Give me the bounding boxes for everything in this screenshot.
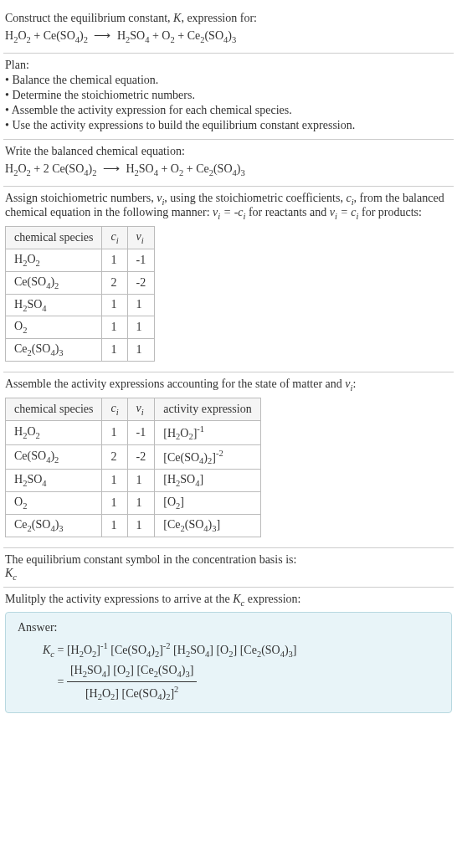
cell-expr: [O2] — [155, 492, 260, 515]
cell-nui: 1 — [127, 316, 155, 339]
col-species: chemical species — [6, 227, 102, 249]
cell-ci: 1 — [102, 316, 127, 339]
cell-species: Ce(SO4)2 — [6, 271, 102, 294]
col-expr: activity expression — [155, 398, 260, 420]
cell-ci: 2 — [102, 271, 127, 294]
intro-section: Construct the equilibrium constant, K, e… — [3, 7, 454, 53]
cell-nui: 1 — [127, 339, 155, 362]
cell-nui: 1 — [127, 492, 155, 515]
plan-item: • Use the activity expressions to build … — [5, 119, 452, 132]
kc-line1: = [H2O2]-1 [Ce(SO4)2]-2 [H2SO4] [O2] [Ce… — [58, 644, 297, 656]
balanced-heading: Write the balanced chemical equation: — [5, 145, 452, 158]
activity-heading: Assemble the activity expressions accoun… — [5, 378, 452, 393]
multiply-section: Mulitply the activity expressions to arr… — [3, 587, 454, 724]
cell-nui: 1 — [127, 515, 155, 537]
table-row: Ce2(SO4)3 1 1 [Ce2(SO4)3] — [6, 515, 261, 537]
activity-table: chemical species ci νi activity expressi… — [5, 398, 261, 537]
col-nui: νi — [127, 398, 155, 420]
stoich-table: chemical species ci νi H2O2 1 -1 Ce(SO4)… — [5, 226, 155, 362]
kcsymbol-heading: The equilibrium constant symbol in the c… — [5, 553, 452, 567]
rel-prod: νi = ci — [330, 206, 359, 218]
table-row: Ce2(SO4)3 1 1 — [6, 339, 155, 362]
plan-heading: Plan: — [5, 59, 452, 72]
plan-section: Plan: • Balance the chemical equation. •… — [3, 53, 454, 139]
cell-expr: [H2O2]-1 — [155, 420, 260, 444]
cell-nui: 1 — [127, 470, 155, 492]
activity-text: Assemble the activity expressions accoun… — [5, 378, 345, 390]
cell-expr: [Ce(SO4)2]-2 — [155, 445, 260, 470]
cell-ci: 1 — [102, 249, 127, 271]
cell-species: H2SO4 — [6, 470, 102, 492]
stoich-heading: Assign stoichiometric numbers, νi, using… — [5, 192, 452, 222]
cell-nui: -1 — [127, 420, 155, 444]
intro-line1b: , expression for: — [181, 12, 257, 24]
intro-equation: H2O2 + Ce(SO4)2 ⟶ H2SO4 + O2 + Ce2(SO4)3 — [5, 28, 452, 44]
cell-ci: 2 — [102, 445, 127, 470]
cell-nui: -2 — [127, 271, 155, 294]
answer-box: Answer: Kc = [H2O2]-1 [Ce(SO4)2]-2 [H2SO… — [5, 612, 452, 713]
kc-fraction: [H2SO4] [O2] [Ce2(SO4)3] [H2O2] [Ce(SO4)… — [67, 661, 197, 705]
cell-species: O2 — [6, 316, 102, 339]
plan-item: • Determine the stoichiometric numbers. — [5, 89, 452, 102]
cell-ci: 1 — [102, 420, 127, 444]
cell-expr: [Ce2(SO4)3] — [155, 515, 260, 537]
table-header-row: chemical species ci νi — [6, 227, 155, 249]
cell-species: Ce2(SO4)3 — [6, 339, 102, 362]
table-row: H2SO4 1 1 — [6, 294, 155, 316]
cell-nui: -1 — [127, 249, 155, 271]
col-ci: ci — [102, 227, 127, 249]
table-row: O2 1 1 [O2] — [6, 492, 261, 515]
stoich-text: Assign stoichiometric numbers, — [5, 192, 157, 204]
multiply-heading: Mulitply the activity expressions to arr… — [5, 593, 452, 608]
rel-react: νi = -ci — [213, 206, 245, 218]
cell-species: Ce(SO4)2 — [6, 445, 102, 470]
multiply-text: expression: — [244, 593, 300, 605]
plan-list: • Balance the chemical equation. • Deter… — [5, 74, 452, 132]
cell-species: O2 — [6, 492, 102, 515]
intro-line1: Construct the equilibrium constant, — [5, 12, 173, 24]
cell-nui: 1 — [127, 294, 155, 316]
kc-lhs: Kc — [43, 644, 54, 656]
intro-k: K — [173, 12, 181, 24]
cell-ci: 1 — [102, 294, 127, 316]
table-row: H2O2 1 -1 [H2O2]-1 — [6, 420, 261, 444]
kc-denominator: [H2O2] [Ce(SO4)2]2 — [67, 682, 197, 704]
stoich-section: Assign stoichiometric numbers, νi, using… — [3, 186, 454, 372]
col-ci: ci — [102, 398, 127, 420]
stoich-text: for products: — [358, 206, 421, 218]
kcsymbol-section: The equilibrium constant symbol in the c… — [3, 547, 454, 587]
balanced-equation: H2O2 + 2 Ce(SO4)2 ⟶ H2SO4 + O2 + Ce2(SO4… — [5, 162, 452, 177]
plan-item: • Balance the chemical equation. — [5, 74, 452, 87]
activity-text: : — [352, 378, 356, 390]
cell-ci: 1 — [102, 339, 127, 362]
cell-nui: -2 — [127, 445, 155, 470]
table-row: H2SO4 1 1 [H2SO4] — [6, 470, 261, 492]
table-header-row: chemical species ci νi activity expressi… — [6, 398, 261, 420]
stoich-text: for reactants and — [245, 206, 329, 218]
table-row: H2O2 1 -1 — [6, 249, 155, 271]
cell-species: Ce2(SO4)3 — [6, 515, 102, 537]
col-species: chemical species — [6, 398, 102, 420]
cell-expr: [H2SO4] — [155, 470, 260, 492]
plan-item: • Assemble the activity expression for e… — [5, 104, 452, 117]
kc-symbol: Kc — [233, 593, 244, 605]
table-row: Ce(SO4)2 2 -2 — [6, 271, 155, 294]
cell-species: H2SO4 — [6, 294, 102, 316]
ci-symbol: ci — [346, 192, 353, 204]
activity-section: Assemble the activity expressions accoun… — [3, 372, 454, 547]
cell-species: H2O2 — [6, 420, 102, 444]
intro-text: Construct the equilibrium constant, K, e… — [5, 12, 452, 25]
answer-label: Answer: — [18, 621, 439, 634]
table-row: O2 1 1 — [6, 316, 155, 339]
col-nui: νi — [127, 227, 155, 249]
table-row: Ce(SO4)2 2 -2 [Ce(SO4)2]-2 — [6, 445, 261, 470]
multiply-text: Mulitply the activity expressions to arr… — [5, 593, 233, 605]
kc-expression: Kc = [H2O2]-1 [Ce(SO4)2]-2 [H2SO4] [O2] … — [18, 639, 439, 704]
cell-ci: 1 — [102, 492, 127, 515]
kc-eq2: = — [58, 675, 67, 688]
kcsymbol-symbol: Kc — [5, 567, 452, 582]
cell-ci: 1 — [102, 470, 127, 492]
cell-ci: 1 — [102, 515, 127, 537]
cell-species: H2O2 — [6, 249, 102, 271]
kc-numerator: [H2SO4] [O2] [Ce2(SO4)3] — [67, 661, 197, 683]
